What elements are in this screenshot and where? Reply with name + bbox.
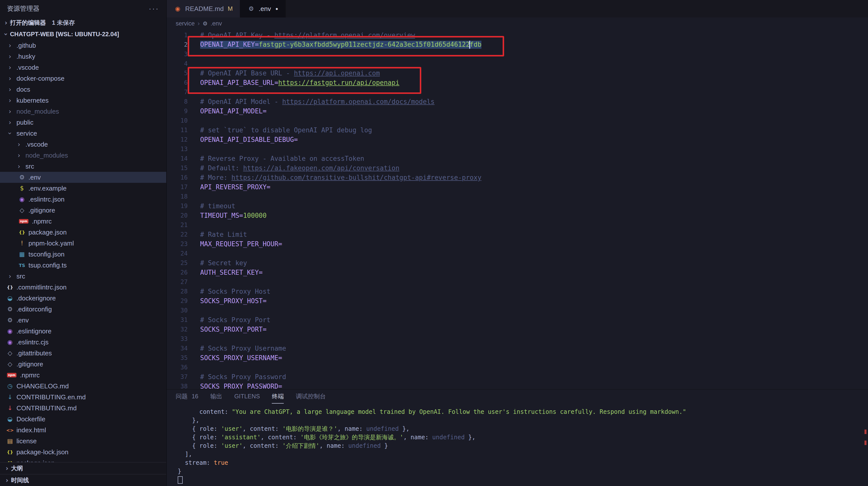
code-line-11[interactable]: 11# set `true` to disable OpenAI API deb… — [167, 125, 868, 135]
code-line-23[interactable]: 23MAX_REQUEST_PER_HOUR= — [167, 239, 868, 249]
breadcrumb-item-env[interactable]: .env — [211, 20, 222, 27]
code-line-text: # Reverse Proxy - Available on accessTok… — [200, 155, 364, 162]
code-editor[interactable]: 1# OpenAI API Key - https://platform.ope… — [167, 29, 868, 390]
tree-item-.env[interactable]: ⚙.env — [0, 172, 166, 183]
tree-item-.vscode[interactable]: ›.vscode — [0, 139, 166, 150]
tree-item-kubernetes[interactable]: ›kubernetes — [0, 95, 166, 106]
tree-item-.github[interactable]: ›.github — [0, 40, 166, 51]
open-editors-section[interactable]: › 打开的编辑器 1 未保存 — [0, 17, 166, 28]
code-line-38[interactable]: 38SOCKS_PROXY_PASSWORD= — [167, 381, 868, 390]
tree-item-service[interactable]: ›service — [0, 128, 166, 139]
code-line-17[interactable]: 17API_REVERSE_PROXY= — [167, 182, 868, 192]
code-line-32[interactable]: 32SOCKS_PROXY_PORT= — [167, 325, 868, 334]
tree-item-src[interactable]: ›src — [0, 271, 166, 282]
code-line-14[interactable]: 14# Reverse Proxy - Available on accessT… — [167, 154, 868, 163]
tab-readme[interactable]: ◉ README.md M — [167, 0, 240, 18]
tree-item-.vscode[interactable]: ›.vscode — [0, 62, 166, 73]
panel-tab-调试控制台[interactable]: 调试控制台 — [296, 390, 326, 404]
code-line-10[interactable]: 10 — [167, 116, 868, 125]
code-line-5[interactable]: 5# OpenAI API Base URL - https://api.ope… — [167, 68, 868, 78]
panel-tab-终端[interactable]: 终端 — [272, 390, 284, 404]
tree-item-tsconfig.json[interactable]: ▦tsconfig.json — [0, 249, 166, 260]
code-line-15[interactable]: 15# Default: https://ai.fakeopen.com/api… — [167, 163, 868, 173]
sidebar-section-大纲[interactable]: ›大纲 — [0, 462, 166, 474]
tree-item-tsup.config.ts[interactable]: TStsup.config.ts — [0, 260, 166, 271]
tree-item-package.json[interactable]: {}package.json — [0, 227, 166, 238]
tree-item-license[interactable]: ▤license — [0, 435, 166, 447]
panel-tab-问题[interactable]: 问题16 — [176, 390, 198, 404]
tree-item-src[interactable]: ›src — [0, 161, 166, 172]
tree-item-docs[interactable]: ›docs — [0, 84, 166, 95]
tree-item-pnpm-lock.yaml[interactable]: !pnpm-lock.yaml — [0, 238, 166, 249]
code-line-30[interactable]: 30 — [167, 306, 868, 315]
breadcrumb-item-service[interactable]: service — [176, 20, 195, 27]
tree-item-CHANGELOG.md[interactable]: ◷CHANGELOG.md — [0, 381, 166, 392]
tree-item-.gitignore[interactable]: ◇.gitignore — [0, 359, 166, 370]
tab-env[interactable]: ⚙ .env ● — [240, 0, 286, 18]
code-line-18[interactable]: 18 — [167, 192, 868, 201]
code-line-3[interactable]: 3 — [167, 50, 868, 59]
tree-item-package-lock.json[interactable]: {}package-lock.json — [0, 447, 166, 458]
code-line-16[interactable]: 16# More: https://github.com/transitive-… — [167, 173, 868, 182]
panel-tab-GITLENS[interactable]: GITLENS — [234, 390, 260, 404]
tree-item-.dockerignore[interactable]: ◒.dockerignore — [0, 293, 166, 304]
code-line-34[interactable]: 34# Socks Proxy Username — [167, 344, 868, 353]
tree-item-.eslintrc.json[interactable]: ◉.eslintrc.json — [0, 194, 166, 205]
code-token: AUTH_SECRET_KEY= — [200, 269, 262, 276]
code-line-8[interactable]: 8# OpenAI API Model - https://platform.o… — [167, 97, 868, 106]
line-number: 21 — [167, 222, 188, 229]
tree-item-.npmrc[interactable]: npm.npmrc — [0, 216, 166, 227]
code-line-25[interactable]: 25# Secret key — [167, 258, 868, 268]
line-number: 31 — [167, 316, 188, 323]
unsaved-dot-icon[interactable]: ● — [276, 6, 278, 11]
workspace-root-row[interactable]: › CHATGPT-WEB [WSL: UBUNTU-22.04] — [0, 28, 166, 40]
tree-item-.husky[interactable]: ›.husky — [0, 51, 166, 62]
tree-item-.npmrc[interactable]: npm.npmrc — [0, 370, 166, 381]
tree-item-.env[interactable]: ⚙.env — [0, 315, 166, 326]
sidebar-section-时间线[interactable]: ›时间线 — [0, 474, 166, 486]
code-line-4[interactable]: 4 — [167, 59, 868, 68]
tree-item-.gitignore[interactable]: ◇.gitignore — [0, 205, 166, 216]
tree-item-docker-compose[interactable]: ›docker-compose — [0, 73, 166, 84]
code-line-31[interactable]: 31# Socks Proxy Port — [167, 315, 868, 325]
tree-item-.gitattributes[interactable]: ◇.gitattributes — [0, 348, 166, 359]
tree-item-label: .gitignore — [17, 361, 43, 368]
code-line-27[interactable]: 27 — [167, 277, 868, 287]
code-line-37[interactable]: 37# Socks Proxy Password — [167, 372, 868, 381]
code-line-12[interactable]: 12OPENAI_API_DISABLE_DEBUG= — [167, 135, 868, 144]
code-line-19[interactable]: 19# timeout — [167, 201, 868, 211]
tree-item-.editorconfig[interactable]: ⚙.editorconfig — [0, 304, 166, 315]
code-line-13[interactable]: 13 — [167, 144, 868, 154]
tree-item-public[interactable]: ›public — [0, 117, 166, 128]
code-line-20[interactable]: 20TIMEOUT_MS=100000 — [167, 211, 868, 220]
terminal-output[interactable]: content: "You are ChatGPT, a large langu… — [167, 404, 868, 484]
code-line-24[interactable]: 24 — [167, 249, 868, 258]
code-line-9[interactable]: 9OPENAI_API_MODEL= — [167, 106, 868, 116]
tree-item-node_modules[interactable]: ›node_modules — [0, 150, 166, 161]
tree-item-Dockerfile[interactable]: ◒Dockerfile — [0, 413, 166, 425]
code-line-35[interactable]: 35SOCKS_PROXY_USERNAME= — [167, 353, 868, 363]
code-line-29[interactable]: 29SOCKS_PROXY_HOST= — [167, 296, 868, 306]
panel-tab-输出[interactable]: 输出 — [210, 390, 222, 404]
code-line-36[interactable]: 36 — [167, 363, 868, 372]
code-line-6[interactable]: 6OPENAI_API_BASE_URL=https://fastgpt.run… — [167, 78, 868, 87]
code-line-33[interactable]: 33 — [167, 334, 868, 344]
code-line-21[interactable]: 21 — [167, 220, 868, 230]
code-line-28[interactable]: 28# Socks Proxy Host — [167, 287, 868, 296]
tree-item-.env.example[interactable]: $.env.example — [0, 183, 166, 194]
tree-item-.eslintrc.cjs[interactable]: ◉.eslintrc.cjs — [0, 337, 166, 348]
code-line-26[interactable]: 26AUTH_SECRET_KEY= — [167, 268, 868, 277]
tree-item-.eslintignore[interactable]: ◉.eslintignore — [0, 326, 166, 337]
more-actions-icon[interactable]: ··· — [149, 4, 159, 13]
tree-item-.commitlintrc.json[interactable]: {}.commitlintrc.json — [0, 282, 166, 293]
code-line-2[interactable]: 2OPENAI_API_KEY=fastgpt-y6b3axfbdd5wyp01… — [167, 40, 868, 50]
code-token: API_REVERSE_PROXY= — [200, 183, 271, 191]
tree-item-CONTRIBUTING.md[interactable]: ↓CONTRIBUTING.md — [0, 403, 166, 413]
tree-item-node_modules[interactable]: ›node_modules — [0, 106, 166, 117]
code-token: https://github.com/transitive-bullshit/c… — [231, 174, 482, 181]
code-line-7[interactable]: 7 — [167, 87, 868, 97]
tree-item-CONTRIBUTING.en.md[interactable]: ↓CONTRIBUTING.en.md — [0, 392, 166, 403]
code-line-1[interactable]: 1# OpenAI API Key - https://platform.ope… — [167, 30, 868, 40]
tree-item-index.html[interactable]: <>index.html — [0, 425, 166, 435]
code-line-22[interactable]: 22# Rate Limit — [167, 230, 868, 239]
